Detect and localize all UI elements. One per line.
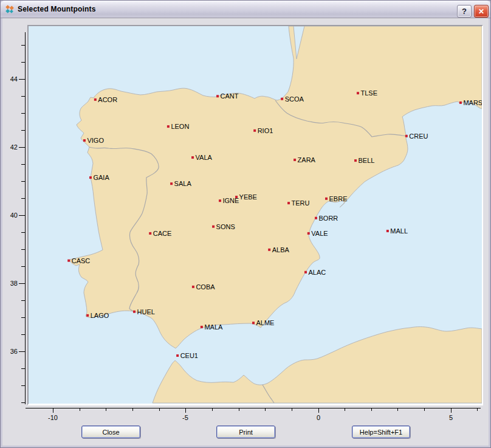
station-marker [386, 230, 389, 232]
station-label: COBA [196, 283, 215, 291]
station-label: VIGO [87, 137, 104, 144]
dialog-window: Selected Mountpoints ? ✕ ACORCANTSCOATLS… [0, 0, 491, 448]
station-marker [287, 202, 290, 204]
y-axis-minor-tick [21, 402, 25, 403]
x-axis-major-tick [185, 408, 186, 413]
station-label: TLSE [360, 89, 377, 97]
map-canvas: ACORCANTSCOATLSEMARSVIGOLEONRIO1CREUGAIA… [29, 26, 482, 404]
station-label: LAGO [91, 312, 109, 319]
station-marker [459, 102, 462, 104]
station-marker [268, 249, 270, 251]
station-marker [315, 217, 317, 219]
x-axis-tick-label: -5 [175, 414, 196, 421]
y-axis-tick-label: 38 [4, 280, 18, 287]
station-marker [201, 326, 203, 328]
x-axis-minor-tick [292, 408, 292, 411]
station-label: VALA [196, 154, 213, 161]
station-marker [94, 98, 97, 101]
station-label: LEON [171, 123, 189, 130]
station-label: CASC [72, 257, 91, 264]
x-axis-major-tick [53, 408, 53, 413]
x-axis-minor-tick [212, 408, 213, 411]
y-axis-minor-tick [21, 181, 25, 182]
station-label: ALME [256, 319, 274, 326]
x-axis-minor-tick [132, 408, 133, 411]
y-axis-line [25, 32, 26, 404]
y-axis-major-tick [19, 283, 25, 284]
station-label: ZARA [298, 156, 316, 164]
station-marker [357, 92, 359, 94]
station-marker [216, 95, 219, 97]
station-label: BORR [319, 215, 338, 222]
station-label: ALBA [272, 246, 290, 253]
y-axis-minor-tick [21, 385, 25, 386]
y-axis-minor-tick [21, 249, 25, 250]
window-title: Selected Mountpoints [18, 5, 96, 13]
y-axis-minor-tick [21, 317, 25, 318]
y-axis-minor-tick [21, 164, 25, 165]
y-axis-major-tick [19, 79, 25, 80]
y-axis-major-tick [19, 147, 25, 148]
print-button[interactable]: Print [216, 426, 275, 438]
map-panel: ACORCANTSCOATLSEMARSVIGOLEONRIO1CREUGAIA… [27, 25, 483, 405]
station-label: CANT [221, 92, 239, 100]
station-label: MALL [390, 227, 408, 235]
help-button[interactable]: Help=Shift+F1 [352, 426, 410, 438]
station-label: CREU [409, 133, 428, 140]
station-marker [253, 129, 256, 132]
x-axis-line [26, 408, 481, 408]
station-marker [212, 226, 215, 228]
y-axis-minor-tick [21, 368, 25, 369]
station-label: EBRE [329, 195, 348, 202]
station-marker [86, 314, 89, 317]
titlebar-close-icon[interactable]: ✕ [474, 5, 489, 18]
titlebar-help-button[interactable]: ? [457, 5, 472, 18]
y-axis-minor-tick [21, 300, 25, 301]
station-label: GAIA [93, 174, 109, 181]
y-axis-tick-label: 42 [4, 143, 18, 151]
station-marker [307, 232, 310, 235]
x-axis-minor-tick [477, 408, 478, 411]
station-label: CACE [153, 230, 172, 237]
y-axis-tick-label: 40 [4, 212, 18, 219]
station-marker [354, 159, 357, 162]
station-marker [192, 286, 194, 288]
station-marker [281, 98, 283, 100]
station-label: ACOR [98, 96, 117, 103]
x-axis-major-tick [451, 408, 452, 413]
station-marker [149, 232, 151, 235]
y-axis-minor-tick [21, 113, 25, 114]
titlebar[interactable]: Selected Mountpoints ? ✕ [1, 1, 490, 18]
app-icon [5, 4, 15, 14]
station-marker [219, 199, 221, 202]
x-axis-minor-tick [239, 408, 239, 411]
station-marker [235, 196, 238, 198]
station-label: ALAC [308, 269, 326, 276]
x-axis-minor-tick [80, 408, 80, 411]
y-axis-tick-label: 44 [4, 75, 18, 83]
y-axis-minor-tick [21, 96, 25, 97]
station-label: SALA [174, 180, 192, 187]
x-axis-minor-tick [397, 408, 398, 411]
station-marker [325, 198, 328, 200]
station-label: RIO1 [258, 127, 273, 134]
station-label: TERU [292, 199, 310, 207]
y-axis-tick-label: 36 [4, 348, 18, 355]
x-axis-major-tick [318, 408, 319, 413]
x-axis-minor-tick [345, 408, 345, 411]
x-axis-minor-tick [159, 408, 160, 411]
station-label: YEBE [239, 193, 257, 201]
station-marker [170, 182, 173, 185]
y-axis-major-tick [19, 351, 25, 352]
close-button[interactable]: Close [81, 426, 140, 438]
y-axis-major-tick [19, 215, 25, 216]
y-axis-minor-tick [21, 45, 25, 46]
y-axis-minor-tick [21, 198, 25, 199]
x-axis-minor-tick [424, 408, 425, 411]
station-label: HUEL [137, 308, 155, 315]
station-marker [176, 354, 179, 357]
station-marker [67, 260, 70, 262]
station-label: MALA [204, 323, 223, 331]
x-axis-tick-label: 0 [308, 414, 329, 421]
station-marker [405, 135, 408, 137]
